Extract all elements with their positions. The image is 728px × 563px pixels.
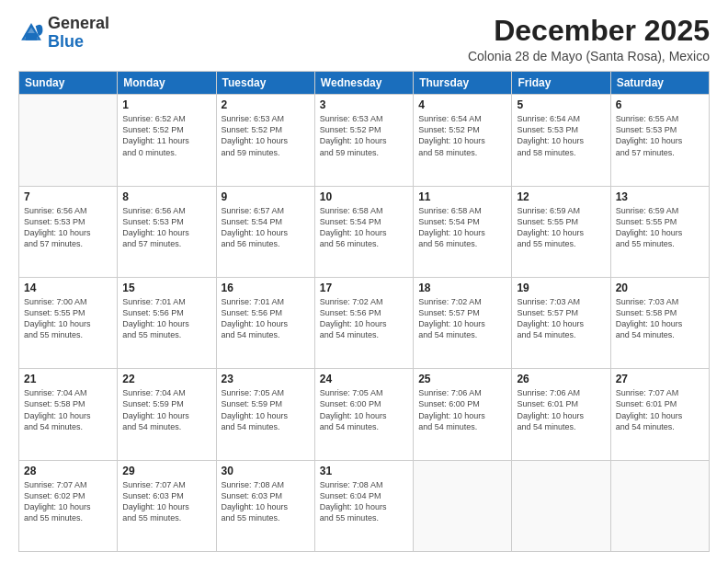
calendar-cell: 22Sunrise: 7:04 AM Sunset: 5:59 PM Dayli…	[118, 369, 216, 460]
calendar-cell: 25Sunrise: 7:06 AM Sunset: 6:00 PM Dayli…	[414, 369, 512, 460]
calendar-cell: 28Sunrise: 7:07 AM Sunset: 6:02 PM Dayli…	[19, 460, 118, 551]
day-info: Sunrise: 7:08 AM Sunset: 6:03 PM Dayligh…	[222, 479, 310, 524]
day-number: 22	[122, 373, 210, 385]
day-number: 9	[222, 190, 310, 203]
day-number: 16	[222, 282, 310, 294]
day-info: Sunrise: 6:58 AM Sunset: 5:54 PM Dayligh…	[320, 205, 408, 250]
calendar-cell: 1Sunrise: 6:52 AM Sunset: 5:52 PM Daylig…	[118, 95, 216, 186]
day-info: Sunrise: 6:53 AM Sunset: 5:52 PM Dayligh…	[222, 113, 310, 158]
day-number: 11	[418, 190, 506, 203]
day-number: 7	[24, 190, 112, 203]
weekday-header-cell: Friday	[512, 72, 610, 95]
day-info: Sunrise: 6:57 AM Sunset: 5:54 PM Dayligh…	[222, 205, 310, 250]
day-number: 29	[122, 465, 210, 477]
day-number: 19	[517, 282, 605, 294]
day-number: 24	[320, 373, 408, 385]
day-number: 6	[616, 98, 704, 111]
calendar-cell: 14Sunrise: 7:00 AM Sunset: 5:55 PM Dayli…	[19, 277, 118, 368]
weekday-header-cell: Thursday	[414, 72, 512, 95]
day-info: Sunrise: 7:03 AM Sunset: 5:57 PM Dayligh…	[517, 296, 605, 341]
calendar-cell: 23Sunrise: 7:05 AM Sunset: 5:59 PM Dayli…	[216, 369, 314, 460]
day-info: Sunrise: 6:53 AM Sunset: 5:52 PM Dayligh…	[320, 113, 408, 158]
day-number: 14	[24, 282, 112, 294]
logo-icon	[18, 20, 44, 46]
day-info: Sunrise: 7:00 AM Sunset: 5:55 PM Dayligh…	[24, 296, 112, 341]
day-info: Sunrise: 7:02 AM Sunset: 5:56 PM Dayligh…	[320, 296, 408, 341]
weekday-header-cell: Saturday	[610, 72, 709, 95]
calendar-cell: 8Sunrise: 6:56 AM Sunset: 5:53 PM Daylig…	[118, 186, 216, 277]
day-info: Sunrise: 7:07 AM Sunset: 6:03 PM Dayligh…	[122, 479, 210, 524]
calendar-cell: 11Sunrise: 6:58 AM Sunset: 5:54 PM Dayli…	[414, 186, 512, 277]
calendar-cell: 21Sunrise: 7:04 AM Sunset: 5:58 PM Dayli…	[19, 369, 118, 460]
day-number: 25	[418, 373, 506, 385]
calendar-cell: 17Sunrise: 7:02 AM Sunset: 5:56 PM Dayli…	[314, 277, 413, 368]
calendar-cell: 13Sunrise: 6:59 AM Sunset: 5:55 PM Dayli…	[610, 186, 709, 277]
calendar: SundayMondayTuesdayWednesdayThursdayFrid…	[18, 71, 710, 552]
day-info: Sunrise: 6:52 AM Sunset: 5:52 PM Dayligh…	[122, 113, 210, 158]
logo-general: General	[48, 14, 109, 32]
logo: General Blue	[18, 15, 109, 52]
calendar-cell: 5Sunrise: 6:54 AM Sunset: 5:53 PM Daylig…	[512, 95, 610, 186]
day-info: Sunrise: 6:55 AM Sunset: 5:53 PM Dayligh…	[616, 113, 704, 158]
day-number: 13	[616, 190, 704, 203]
calendar-cell: 6Sunrise: 6:55 AM Sunset: 5:53 PM Daylig…	[610, 95, 709, 186]
title-block: December 2025 Colonia 28 de Mayo (Santa …	[468, 15, 710, 63]
calendar-cell	[512, 460, 610, 551]
weekday-header-cell: Wednesday	[314, 72, 413, 95]
day-number: 26	[517, 373, 605, 385]
day-info: Sunrise: 7:01 AM Sunset: 5:56 PM Dayligh…	[222, 296, 310, 341]
svg-rect-2	[26, 33, 37, 40]
calendar-cell: 20Sunrise: 7:03 AM Sunset: 5:58 PM Dayli…	[610, 277, 709, 368]
header: General Blue December 2025 Colonia 28 de…	[18, 15, 710, 63]
calendar-cell: 19Sunrise: 7:03 AM Sunset: 5:57 PM Dayli…	[512, 277, 610, 368]
day-number: 28	[24, 465, 112, 477]
day-number: 17	[320, 282, 408, 294]
day-number: 1	[122, 98, 210, 111]
day-number: 27	[616, 373, 704, 385]
day-info: Sunrise: 7:06 AM Sunset: 6:00 PM Dayligh…	[418, 387, 506, 432]
weekday-header-cell: Tuesday	[216, 72, 314, 95]
calendar-cell: 26Sunrise: 7:06 AM Sunset: 6:01 PM Dayli…	[512, 369, 610, 460]
calendar-week-row: 1Sunrise: 6:52 AM Sunset: 5:52 PM Daylig…	[19, 95, 710, 186]
calendar-cell: 27Sunrise: 7:07 AM Sunset: 6:01 PM Dayli…	[610, 369, 709, 460]
month-title: December 2025	[468, 15, 710, 47]
calendar-body: 1Sunrise: 6:52 AM Sunset: 5:52 PM Daylig…	[19, 95, 710, 552]
day-number: 18	[418, 282, 506, 294]
day-info: Sunrise: 6:59 AM Sunset: 5:55 PM Dayligh…	[517, 205, 605, 250]
calendar-cell: 7Sunrise: 6:56 AM Sunset: 5:53 PM Daylig…	[19, 186, 118, 277]
day-number: 8	[122, 190, 210, 203]
calendar-week-row: 14Sunrise: 7:00 AM Sunset: 5:55 PM Dayli…	[19, 277, 710, 368]
calendar-week-row: 21Sunrise: 7:04 AM Sunset: 5:58 PM Dayli…	[19, 369, 710, 460]
day-info: Sunrise: 6:59 AM Sunset: 5:55 PM Dayligh…	[616, 205, 704, 250]
weekday-header-cell: Sunday	[19, 72, 118, 95]
logo-blue: Blue	[48, 32, 84, 51]
calendar-cell: 18Sunrise: 7:02 AM Sunset: 5:57 PM Dayli…	[414, 277, 512, 368]
day-info: Sunrise: 6:58 AM Sunset: 5:54 PM Dayligh…	[418, 205, 506, 250]
calendar-week-row: 7Sunrise: 6:56 AM Sunset: 5:53 PM Daylig…	[19, 186, 710, 277]
day-info: Sunrise: 7:05 AM Sunset: 6:00 PM Dayligh…	[320, 387, 408, 432]
weekday-header-cell: Monday	[118, 72, 216, 95]
day-number: 23	[222, 373, 310, 385]
day-number: 3	[320, 98, 408, 111]
day-info: Sunrise: 7:07 AM Sunset: 6:02 PM Dayligh…	[24, 479, 112, 524]
day-info: Sunrise: 6:56 AM Sunset: 5:53 PM Dayligh…	[122, 205, 210, 250]
calendar-cell: 29Sunrise: 7:07 AM Sunset: 6:03 PM Dayli…	[118, 460, 216, 551]
weekday-header-row: SundayMondayTuesdayWednesdayThursdayFrid…	[19, 72, 710, 95]
calendar-cell: 15Sunrise: 7:01 AM Sunset: 5:56 PM Dayli…	[118, 277, 216, 368]
location-subtitle: Colonia 28 de Mayo (Santa Rosa), Mexico	[468, 49, 710, 63]
day-info: Sunrise: 6:56 AM Sunset: 5:53 PM Dayligh…	[24, 205, 112, 250]
day-number: 15	[122, 282, 210, 294]
day-number: 20	[616, 282, 704, 294]
day-number: 2	[222, 98, 310, 111]
day-number: 30	[222, 465, 310, 477]
day-info: Sunrise: 7:03 AM Sunset: 5:58 PM Dayligh…	[616, 296, 704, 341]
day-info: Sunrise: 6:54 AM Sunset: 5:53 PM Dayligh…	[517, 113, 605, 158]
calendar-cell: 9Sunrise: 6:57 AM Sunset: 5:54 PM Daylig…	[216, 186, 314, 277]
day-info: Sunrise: 7:08 AM Sunset: 6:04 PM Dayligh…	[320, 479, 408, 524]
day-info: Sunrise: 7:01 AM Sunset: 5:56 PM Dayligh…	[122, 296, 210, 341]
day-info: Sunrise: 7:07 AM Sunset: 6:01 PM Dayligh…	[616, 387, 704, 432]
page: General Blue December 2025 Colonia 28 de…	[0, 0, 728, 563]
day-number: 5	[517, 98, 605, 111]
day-info: Sunrise: 7:04 AM Sunset: 5:59 PM Dayligh…	[122, 387, 210, 432]
calendar-cell: 24Sunrise: 7:05 AM Sunset: 6:00 PM Dayli…	[314, 369, 413, 460]
